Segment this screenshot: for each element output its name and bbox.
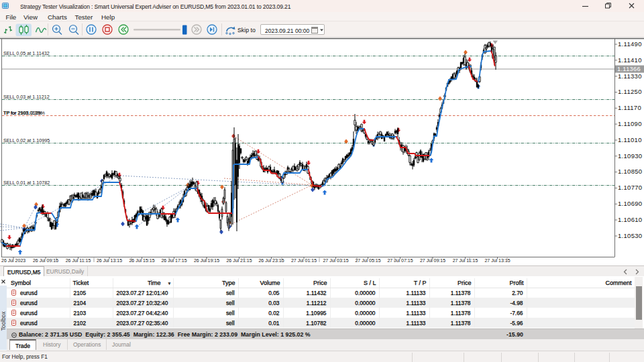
svg-text:26 Jul 09:15: 26 Jul 09:15 <box>33 258 58 263</box>
svg-text:1.11330: 1.11330 <box>618 72 642 80</box>
svg-text:27 Jul 09:15: 27 Jul 09:15 <box>420 258 445 263</box>
svg-text:26 Jul 23:15: 26 Jul 23:15 <box>258 258 284 263</box>
svg-text:1.11090: 1.11090 <box>618 120 642 127</box>
svg-text:SELL 0.03 at 1.11212: SELL 0.03 at 1.11212 <box>3 94 50 100</box>
svg-text:1.11170: 1.11170 <box>618 104 641 111</box>
svg-text:1.11490: 1.11490 <box>618 40 642 48</box>
svg-text:SELL 0.05 at 1.11432: SELL 0.05 at 1.11432 <box>3 50 50 56</box>
svg-text:27 Jul 01:15: 27 Jul 01:15 <box>291 258 317 263</box>
svg-text:SELL 0.01 at 1.10782: SELL 0.01 at 1.10782 <box>3 180 50 186</box>
svg-text:1.10690: 1.10690 <box>618 200 642 207</box>
svg-text:1.11366: 1.11366 <box>617 66 641 72</box>
svg-text:26 Jul 21:15: 26 Jul 21:15 <box>226 258 252 263</box>
svg-text:1.10610: 1.10610 <box>618 216 642 223</box>
svg-text:1.11410: 1.11410 <box>618 56 642 64</box>
svg-text:TP for 2993,0125%: TP for 2993,0125% <box>3 110 45 116</box>
svg-text:SELL 0.02 at 1.10995: SELL 0.02 at 1.10995 <box>3 137 50 143</box>
svg-text:27 Jul 03:15: 27 Jul 03:15 <box>323 258 348 263</box>
svg-text:27 Jul 05:15: 27 Jul 05:15 <box>355 258 380 263</box>
svg-text:26 Jul 2023: 26 Jul 2023 <box>1 258 25 263</box>
svg-text:1.10850: 1.10850 <box>618 168 642 175</box>
svg-text:27 Jul 13:15: 27 Jul 13:15 <box>484 258 510 263</box>
svg-text:1.10930: 1.10930 <box>618 152 642 160</box>
svg-text:1.10530: 1.10530 <box>618 232 642 239</box>
svg-text:27 Jul 11:15: 27 Jul 11:15 <box>453 258 478 263</box>
svg-text:27 Jul 07:15: 27 Jul 07:15 <box>387 258 413 263</box>
svg-text:1.11250: 1.11250 <box>618 88 642 95</box>
svg-text:26 Jul 15:15: 26 Jul 15:15 <box>129 258 154 263</box>
svg-text:1.10770: 1.10770 <box>618 184 642 191</box>
svg-text:1.11010: 1.11010 <box>618 136 642 143</box>
svg-text:26 Jul 13:15: 26 Jul 13:15 <box>97 258 122 263</box>
svg-text:26 Jul 11:15: 26 Jul 11:15 <box>66 258 91 263</box>
svg-text:26 Jul 17:15: 26 Jul 17:15 <box>161 258 186 263</box>
